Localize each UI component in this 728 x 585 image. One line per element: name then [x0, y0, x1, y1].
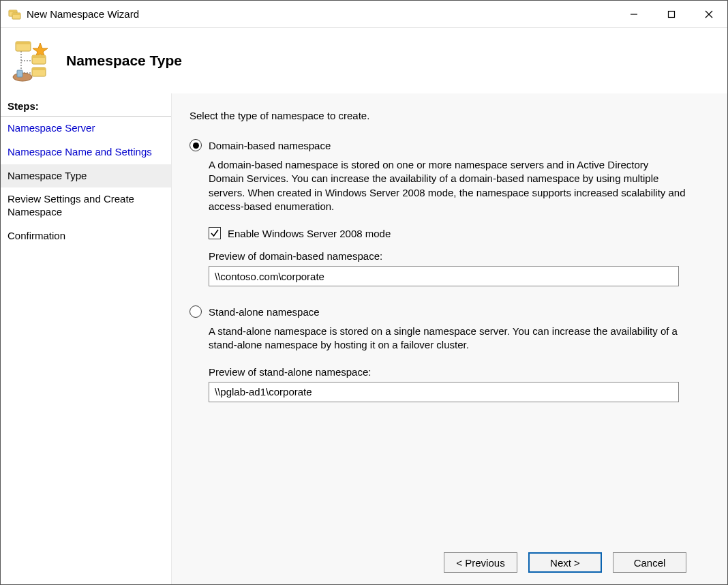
steps-heading: Steps:: [1, 99, 171, 117]
preview-label-standalone: Preview of stand-alone namespace:: [209, 366, 704, 378]
preview-value-standalone: \\pglab-ad1\corporate: [209, 382, 679, 402]
body: Steps: Namespace Server Namespace Name a…: [1, 93, 727, 584]
preview-value-domain: \\contoso.com\corporate: [209, 266, 679, 286]
svg-rect-3: [12, 13, 20, 15]
footer: < Previous Next > Cancel: [189, 541, 704, 584]
description-stand-alone: A stand-alone namespace is stored on a s…: [209, 325, 686, 352]
wizard-banner-icon: [9, 39, 55, 82]
checkbox-enable-2008[interactable]: [209, 227, 221, 239]
cancel-button[interactable]: Cancel: [613, 552, 686, 573]
radio-label-domain-based: Domain-based namespace: [209, 140, 331, 151]
svg-rect-5: [668, 11, 674, 17]
radio-row-stand-alone[interactable]: Stand-alone namespace: [189, 305, 704, 318]
preview-label-domain: Preview of domain-based namespace:: [209, 250, 704, 262]
banner-heading: Namespace Type: [66, 52, 182, 69]
radio-label-stand-alone: Stand-alone namespace: [209, 306, 320, 318]
svg-rect-19: [17, 70, 22, 77]
main-panel: Select the type of namespace to create. …: [171, 93, 727, 584]
checkbox-label-enable-2008: Enable Windows Server 2008 mode: [228, 228, 391, 239]
description-domain-based: A domain-based namespace is stored on on…: [209, 158, 686, 213]
next-button[interactable]: Next >: [528, 552, 602, 573]
maximize-button[interactable]: [652, 1, 690, 28]
close-button[interactable]: [690, 1, 727, 28]
step-confirmation[interactable]: Confirmation: [1, 224, 171, 248]
instruction-text: Select the type of namespace to create.: [189, 110, 704, 121]
svg-rect-1: [9, 10, 17, 12]
steps-sidebar: Steps: Namespace Server Namespace Name a…: [1, 93, 171, 584]
wizard-window: New Namespace Wizard: [0, 0, 728, 585]
step-namespace-server[interactable]: Namespace Server: [1, 117, 171, 140]
banner: Namespace Type: [1, 28, 727, 93]
radio-stand-alone[interactable]: [189, 305, 202, 318]
radio-row-domain-based[interactable]: Domain-based namespace: [189, 139, 704, 151]
step-namespace-name-and-settings[interactable]: Namespace Name and Settings: [1, 140, 171, 164]
titlebar: New Namespace Wizard: [1, 1, 727, 28]
window-title: New Namespace Wizard: [27, 8, 615, 20]
wizard-titlebar-icon: [7, 7, 21, 21]
radio-domain-based[interactable]: [189, 139, 202, 151]
svg-rect-15: [32, 55, 46, 58]
minimize-button[interactable]: [615, 1, 652, 28]
previous-button[interactable]: < Previous: [444, 552, 517, 573]
checkbox-row-enable-2008[interactable]: Enable Windows Server 2008 mode: [209, 227, 704, 239]
option-domain-based: Domain-based namespace A domain-based na…: [189, 139, 704, 286]
svg-rect-17: [32, 68, 46, 70]
step-review-settings-and-create[interactable]: Review Settings and Create Namespace: [1, 188, 171, 224]
step-namespace-type[interactable]: Namespace Type: [1, 164, 171, 188]
svg-rect-12: [16, 42, 31, 44]
option-stand-alone: Stand-alone namespace A stand-alone name…: [189, 305, 704, 402]
